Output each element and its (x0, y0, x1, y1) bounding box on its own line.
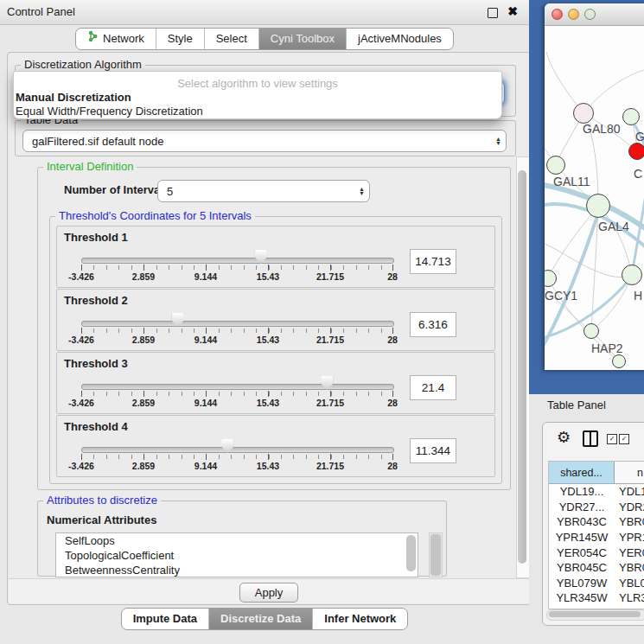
tab-jactivemnodules[interactable]: jActiveMNodules (347, 29, 453, 49)
threshold-slider-track[interactable] (81, 447, 394, 453)
network-node-label: C (634, 167, 642, 181)
tick-label: 28 (387, 335, 398, 345)
panel-scrollbar-thumb[interactable] (518, 170, 526, 564)
tab-infer-network[interactable]: Infer Network (313, 609, 407, 629)
tab-infer-network-label: Infer Network (324, 609, 396, 629)
table-cell[interactable]: YLR3 (615, 591, 644, 604)
float-window-icon[interactable] (488, 8, 498, 18)
numerical-attributes-list[interactable]: SelfLoopsTopologicalCoefficientBetweenne… (55, 532, 418, 577)
table-row[interactable]: YBL079WYBL0 (549, 576, 644, 591)
tab-select[interactable]: Select (205, 29, 259, 49)
attribute-item[interactable]: BetweennessCentrality (56, 563, 418, 577)
column-header-name[interactable]: n (615, 462, 644, 483)
threshold-slider-track[interactable] (81, 321, 394, 327)
attribute-item[interactable]: TopologicalCoefficient (56, 548, 418, 563)
table-row[interactable]: YBR045CYBR0 (549, 560, 644, 576)
table-cell[interactable]: YER0 (615, 546, 644, 559)
algorithm-option-equal-width[interactable]: Equal Width/Frequency Discretization (16, 105, 203, 118)
minimize-light-icon[interactable] (568, 9, 579, 20)
major-tick (330, 328, 331, 334)
algorithm-option-manual[interactable]: Manual Discretization (16, 91, 131, 104)
close-light-icon[interactable] (552, 9, 563, 20)
threshold-slider-track[interactable] (81, 384, 394, 390)
threshold-value-box[interactable]: 11.344 (410, 438, 456, 463)
control-panel-title: Control Panel (7, 0, 75, 24)
network-node[interactable] (583, 323, 599, 339)
network-canvas[interactable]: GAL80GCGAL11GAL4GCY1HHAP2 (545, 26, 644, 370)
checkbox-checked-icon[interactable]: ✓ (619, 434, 629, 444)
major-tick (392, 328, 393, 334)
table-row[interactable]: YPR145WYPR1 (549, 530, 644, 545)
network-node[interactable] (622, 265, 642, 285)
network-node-label: GAL80 (583, 122, 621, 136)
gear-icon[interactable]: ⚙ (557, 428, 571, 447)
major-tick (206, 265, 207, 271)
tab-style[interactable]: Style (156, 29, 205, 49)
tick-label: 9.144 (194, 271, 217, 282)
table-cell[interactable]: YBR0 (615, 515, 644, 528)
close-icon[interactable]: ✖ (507, 4, 518, 18)
table-cell[interactable]: YPR1 (615, 531, 644, 544)
major-tick (143, 391, 144, 397)
threshold-panel: Threshold 2 -3.4262.8599.14415.4321.7152… (56, 289, 495, 351)
table-cell[interactable]: YDR2 (615, 501, 644, 513)
threshold-value-box[interactable]: 6.316 (410, 312, 456, 337)
major-tick (268, 454, 269, 460)
table-cell[interactable]: YDR27... (549, 501, 615, 513)
panel-vertical-scrollbar[interactable] (516, 156, 530, 578)
tick-label: 28 (387, 461, 398, 471)
network-node-label: HAP2 (591, 341, 623, 355)
table-row[interactable]: YBR043CYBR0 (549, 514, 644, 530)
threshold-value-box[interactable]: 14.713 (410, 249, 456, 274)
table-cell[interactable]: YBR045C (549, 561, 615, 574)
attribute-item[interactable]: SelfLoops (56, 533, 418, 548)
table-cell[interactable]: YBR0 (615, 561, 644, 574)
apply-button[interactable]: Apply (239, 583, 298, 603)
threshold-value-box[interactable]: 21.4 (410, 375, 456, 400)
tick-label: -3.426 (68, 461, 94, 471)
number-of-intervals-combobox[interactable]: 5 ▲▼ (157, 180, 370, 202)
network-node[interactable] (546, 156, 565, 175)
network-node[interactable] (612, 354, 626, 368)
attributes-list-scrollbar[interactable] (406, 535, 416, 571)
number-of-intervals-label: Number of Intervals (64, 183, 169, 196)
tab-cyni-toolbox[interactable]: Cyni Toolbox (259, 29, 347, 49)
table-cell[interactable]: YBL079W (549, 577, 615, 590)
tick-label: 2.859 (132, 461, 155, 471)
threshold-slider-track[interactable] (81, 258, 394, 264)
tab-discretize-data[interactable]: Discretize Data (209, 609, 313, 629)
attributes-group-scrollbar[interactable] (429, 532, 443, 577)
tick-label: -3.426 (68, 271, 94, 282)
network-node[interactable] (622, 108, 640, 125)
table-cell[interactable]: YBR043C (549, 515, 615, 528)
tab-impute-data[interactable]: Impute Data (122, 609, 209, 629)
table-cell[interactable]: YDL19... (549, 485, 615, 498)
apply-button-label: Apply (255, 586, 284, 599)
table-row[interactable]: YDR27...YDR2 (549, 500, 644, 515)
split-column-icon[interactable] (583, 430, 598, 447)
table-row[interactable]: YER054CYER0 (549, 545, 644, 560)
network-node-label: H (634, 289, 642, 303)
table-row[interactable]: YDL19...YDL1 (549, 484, 644, 500)
major-tick (81, 391, 82, 397)
table-cell[interactable]: YPR145W (549, 531, 615, 544)
table-cell[interactable]: YBL0 (615, 577, 644, 590)
gene-table[interactable]: shared... n YDL19...YDL1YDR27...YDR2YBR0… (548, 461, 644, 609)
zoom-light-icon[interactable] (584, 9, 596, 20)
network-node[interactable] (573, 103, 594, 124)
table-scrollbar-thumb[interactable] (549, 611, 641, 617)
table-cell[interactable]: YDL1 (615, 485, 644, 498)
network-node[interactable] (586, 194, 610, 218)
table-data-combobox[interactable]: galFiltered.sif default node ▲▼ (22, 130, 507, 152)
column-header-shared-name[interactable]: shared... (549, 462, 615, 483)
table-cell[interactable]: YER054C (549, 546, 615, 559)
table-cell[interactable]: YLR345W (549, 591, 615, 604)
number-of-intervals-value: 5 (167, 181, 173, 201)
checkbox-checked-icon[interactable]: ✓ (607, 434, 617, 444)
tab-network[interactable]: Network (76, 29, 156, 49)
table-horizontal-scrollbar[interactable] (546, 609, 644, 621)
tick-label: 9.144 (194, 461, 217, 471)
tick-label: 21.715 (316, 335, 344, 345)
table-row[interactable]: YLR345WYLR3 (549, 590, 644, 606)
network-node[interactable] (628, 143, 644, 160)
